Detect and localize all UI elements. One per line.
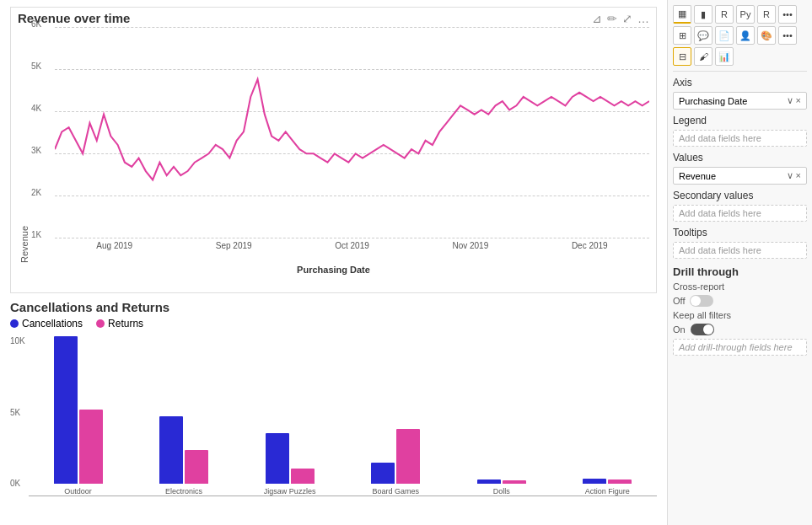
bar-chart-section: Cancellations and Returns Cancellations … (10, 300, 657, 518)
keep-filters-toggle-row: On (673, 324, 807, 335)
axis-field-actions: ∨ × (787, 95, 801, 106)
x-label-oct: Oct 2019 (335, 241, 369, 250)
x-axis: Aug 2019 Sep 2019 Oct 2019 Nov 2019 Dec … (55, 238, 649, 263)
bar-boardgames-returns (396, 429, 420, 484)
bar-group-electronics: Electronics (134, 332, 234, 496)
bar-group-dolls: Dolls (452, 332, 551, 496)
legend: Cancellations Returns (10, 318, 657, 329)
toolbar-doc-icon[interactable]: 📄 (715, 26, 734, 45)
bar-group-actionfigure: Action Figure (557, 332, 657, 496)
bar-chart-wrapper: 10K 5K 0K Outdoor (10, 336, 657, 496)
add-drill-fields[interactable]: Add drill-through fields here (673, 339, 807, 356)
x-label-dec: Dec 2019 (572, 241, 608, 250)
bar-jigsaw-cancellations (266, 433, 289, 484)
y-label-1k: 1K (31, 229, 41, 238)
legend-returns: Returns (96, 318, 143, 329)
bar-outdoor-cancellations (54, 336, 78, 484)
bar-chart-title: Cancellations and Returns (10, 300, 657, 314)
cross-report-row: Cross-report (673, 281, 807, 292)
bar-jigsaw-returns (291, 469, 315, 484)
toolbar-r-icon[interactable]: R (757, 5, 776, 24)
x-label-sep: Sep 2019 (216, 241, 252, 250)
legend-empty[interactable]: Add data fields here (673, 130, 807, 147)
toolbar-table-icon[interactable]: ▦ (673, 5, 691, 24)
values-chevron-icon[interactable]: ∨ (787, 170, 793, 181)
x-label-aug: Aug 2019 (96, 241, 132, 250)
drill-through-title: Drill through (673, 265, 807, 278)
chart-area: 6K 5K 4K 3K 2K 1K Aug 2019 Sep 2019 Oct … (30, 27, 649, 263)
bar-label-boardgames: Board Games (372, 487, 419, 496)
toolbar-analytics-icon[interactable]: 📊 (715, 47, 734, 66)
keep-filters-knob (703, 324, 713, 335)
y-axis-label: Revenue (18, 27, 30, 263)
values-field-actions: ∨ × (787, 170, 801, 181)
toolbar-line-icon[interactable]: R (715, 5, 734, 24)
returns-dot (96, 319, 105, 328)
cross-report-toggle-row: Off (673, 295, 807, 307)
bar-outdoor-returns (79, 410, 103, 484)
bar-electronics-returns (185, 450, 208, 484)
axis-field[interactable]: Purchasing Date ∨ × (673, 92, 807, 110)
chart-body: Revenue 6K 5K 4K 3K 2K 1K Aug 2019 (18, 27, 649, 263)
axis-chevron-icon[interactable]: ∨ (787, 95, 793, 106)
toolbar-top: ▦ ▮ R Py R ••• ⊞ 💬 📄 👤 🎨 ••• ⊟ 🖌 📊 (673, 5, 807, 72)
toolbar-more-icon[interactable]: ••• (778, 5, 797, 24)
bar-dolls-returns (503, 480, 526, 484)
bar-label-outdoor: Outdoor (64, 487, 92, 496)
drill-through-section: Drill through Cross-report Off Keep all … (673, 265, 807, 356)
toolbar-person-icon[interactable]: 👤 (736, 26, 755, 45)
x-label-nov: Nov 2019 (452, 241, 488, 250)
legend-label: Legend (673, 115, 807, 126)
keep-filters-label-row: Keep all filters (673, 310, 807, 320)
bar-boardgames-cancellations (371, 463, 395, 484)
y-label-4k: 4K (31, 103, 41, 112)
bar-y-axis: 10K 5K 0K (10, 336, 25, 488)
y-label-2k: 2K (31, 187, 41, 196)
keep-filters-state-label: On (673, 324, 686, 335)
bar-group-outdoor: Outdoor (29, 332, 128, 496)
cancellations-dot (10, 319, 19, 328)
cross-report-toggle[interactable] (690, 295, 713, 307)
keep-filters-toggle[interactable] (691, 324, 714, 335)
bar-actionfigure-cancellations (583, 479, 606, 484)
filter-icon[interactable]: ⊿ (592, 12, 602, 25)
toolbar-py-icon[interactable]: Py (736, 5, 755, 24)
x-axis-title: Purchasing Date (18, 265, 649, 275)
y-label-5k: 5K (31, 61, 41, 70)
y-label-3k: 3K (31, 145, 41, 154)
values-close-icon[interactable]: × (796, 170, 801, 181)
axis-close-icon[interactable]: × (796, 95, 801, 106)
axis-label: Axis (673, 77, 807, 88)
bar-label-dolls: Dolls (493, 487, 510, 496)
revenue-chart: Revenue over time ⊿ ✏ ⤢ … Revenue 6K 5K … (10, 7, 657, 293)
axis-field-value: Purchasing Date (679, 96, 747, 106)
values-field[interactable]: Revenue ∨ × (673, 167, 807, 185)
bar-group-boardgames: Board Games (346, 332, 445, 496)
chart-toolbar: ⊿ ✏ ⤢ … (592, 12, 649, 25)
values-label: Values (673, 152, 807, 163)
secondary-values-empty[interactable]: Add data fields here (673, 205, 807, 222)
expand-icon[interactable]: ⤢ (622, 12, 632, 25)
bar-dolls-cancellations (477, 479, 501, 484)
bar-label-jigsaw: Jigsaw Puzzles (264, 487, 316, 496)
edit-icon[interactable]: ✏ (607, 12, 617, 25)
toolbar-paint-icon[interactable]: 🎨 (757, 26, 776, 45)
toolbar-brush-icon[interactable]: 🖌 (694, 47, 713, 66)
right-panel: ▦ ▮ R Py R ••• ⊞ 💬 📄 👤 🎨 ••• ⊟ 🖌 📊 Axis … (667, 0, 812, 525)
returns-label: Returns (108, 318, 143, 329)
toolbar-extra-more[interactable]: ••• (778, 26, 797, 45)
bar-y-0k: 0K (10, 479, 25, 488)
cross-report-knob (691, 296, 701, 306)
y-label-6k: 6K (31, 19, 41, 28)
chart-header: Revenue over time ⊿ ✏ ⤢ … (18, 11, 649, 25)
toolbar-chat-icon[interactable]: 💬 (694, 26, 713, 45)
toolbar-grid-icon[interactable]: ⊞ (673, 26, 691, 45)
tooltips-empty[interactable]: Add data fields here (673, 242, 807, 259)
toolbar-bar-icon[interactable]: ▮ (694, 5, 713, 24)
cancellations-label: Cancellations (22, 318, 83, 329)
bar-label-actionfigure: Action Figure (585, 487, 630, 496)
more-icon[interactable]: … (637, 12, 649, 25)
bar-group-jigsaw: Jigsaw Puzzles (240, 332, 340, 496)
toolbar-active-icon[interactable]: ⊟ (673, 47, 691, 66)
bar-actionfigure-returns (608, 479, 632, 484)
